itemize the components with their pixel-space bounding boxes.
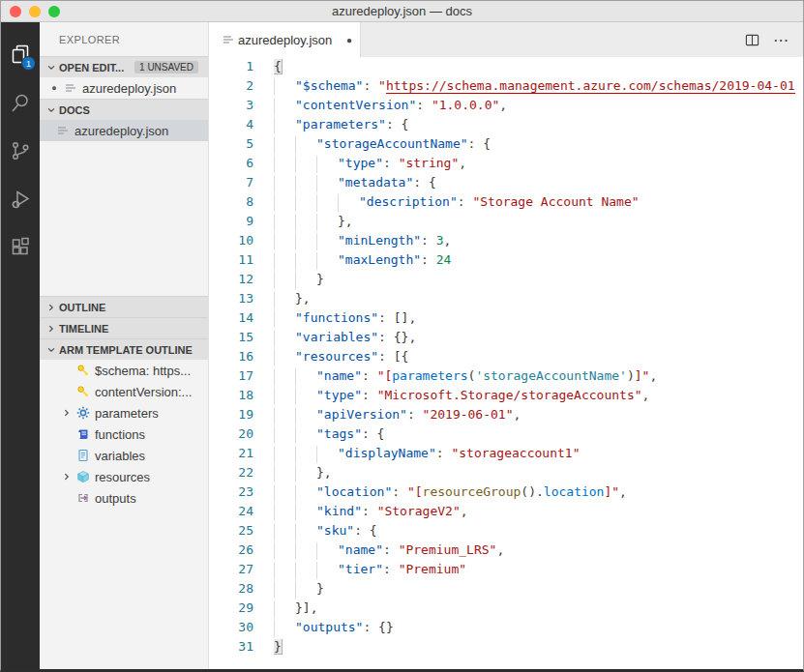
line-number[interactable]: 22 (209, 465, 253, 484)
line-number[interactable]: 12 (209, 272, 253, 291)
folder-docs-header[interactable]: DOCS (40, 99, 208, 120)
line-number[interactable]: 1 (209, 59, 253, 78)
line-number[interactable]: 21 (209, 446, 253, 465)
line-number[interactable]: 7 (209, 175, 253, 194)
code-line[interactable]: 14"functions": [], (209, 310, 803, 330)
line-number[interactable]: 6 (209, 156, 253, 175)
files-icon[interactable]: 1 (1, 30, 40, 78)
code-line-content: "outputs": {} (274, 620, 803, 639)
run-debug-icon[interactable] (1, 175, 40, 223)
arm-outline-item-resources[interactable]: resources (40, 466, 208, 487)
code-line-content: "displayName": "storageaccount1" (274, 446, 803, 465)
code-line[interactable]: 29}], (209, 600, 803, 620)
line-number[interactable]: 11 (209, 252, 253, 272)
tab-azuredeploy-json[interactable]: azuredeploy.json ● (209, 22, 361, 57)
code-line[interactable]: 13}, (209, 291, 803, 310)
code-line[interactable]: 2"$schema": "https://schema.management.a… (209, 78, 803, 98)
code-line[interactable]: 16"resources": [{ (209, 349, 803, 368)
extensions-icon[interactable] (1, 223, 40, 272)
chevron-right-icon (44, 324, 59, 334)
line-number[interactable]: 5 (209, 136, 253, 156)
code-line[interactable]: 28} (209, 581, 803, 600)
line-number[interactable]: 27 (209, 562, 253, 581)
line-number[interactable]: 17 (209, 368, 253, 388)
code-line[interactable]: 1{ (209, 59, 803, 78)
indent-guide (316, 562, 338, 579)
line-number[interactable]: 18 (209, 388, 253, 407)
indent-guide (295, 465, 316, 482)
line-number[interactable]: 4 (209, 117, 253, 136)
window-title: azuredeploy.json — docs (1, 4, 803, 18)
code-line[interactable]: 10"minLength": 3, (209, 233, 803, 252)
line-number[interactable]: 8 (209, 194, 253, 214)
code-line[interactable]: 15"variables": {}, (209, 330, 803, 349)
arm-outline-item-$schema-https-[interactable]: $schema: https... (40, 360, 208, 381)
line-number[interactable]: 29 (209, 600, 253, 620)
arm-outline-item-variables[interactable]: variables (40, 445, 208, 466)
code-line[interactable]: 25"sku": { (209, 523, 803, 542)
line-number[interactable]: 26 (209, 542, 253, 562)
code-line[interactable]: 12} (209, 272, 803, 291)
line-number[interactable]: 13 (209, 291, 253, 310)
line-number[interactable]: 23 (209, 484, 253, 504)
split-editor-button[interactable] (745, 33, 759, 47)
code-line[interactable]: 5"storageAccountName": { (209, 136, 803, 156)
arm-outline-item-contentversion-[interactable]: contentVersion:... (40, 381, 208, 402)
arm-template-outline-header[interactable]: ARM TEMPLATE OUTLINE (40, 338, 208, 360)
code-line[interactable]: 11"maxLength": 24 (209, 252, 803, 272)
token-k: "tags" (316, 426, 362, 441)
code-line[interactable]: 19"apiVersion": "2019-06-01", (209, 407, 803, 426)
line-number[interactable]: 19 (209, 407, 253, 426)
code-line[interactable]: 26"name": "Premium_LRS", (209, 542, 803, 562)
code-line[interactable]: 3"contentVersion": "1.0.0.0", (209, 98, 803, 117)
line-number[interactable]: 20 (209, 426, 253, 446)
indent-guide (295, 252, 316, 270)
code-line[interactable]: 8"description": "Storage Account Name" (209, 194, 803, 214)
chevron-right-icon (59, 408, 74, 418)
explorer-sidebar: EXPLORER OPEN EDIT... 1 UNSAVED ●azurede… (40, 22, 209, 669)
code-line[interactable]: 22}, (209, 465, 803, 484)
line-number[interactable]: 10 (209, 233, 253, 252)
code-line[interactable]: 30"outputs": {} (209, 620, 803, 639)
code-line[interactable]: 23"location": "[resourceGroup().location… (209, 484, 803, 504)
modified-dot-icon[interactable]: ● (346, 35, 352, 45)
line-number[interactable]: 3 (209, 98, 253, 117)
code-line[interactable]: 17"name": "[parameters('storageAccountNa… (209, 368, 803, 388)
code-line[interactable]: 24"kind": "StorageV2", (209, 504, 803, 523)
source-control-icon[interactable] (1, 127, 40, 175)
search-icon[interactable] (1, 78, 40, 127)
line-number[interactable]: 2 (209, 78, 253, 98)
line-number[interactable]: 14 (209, 310, 253, 330)
doc-icon (74, 449, 92, 462)
code-line[interactable]: 6"type": "string", (209, 156, 803, 175)
arm-outline-item-functions[interactable]: functions (40, 424, 208, 445)
code-line[interactable]: 21"displayName": "storageaccount1" (209, 446, 803, 465)
code-line[interactable]: 31} (209, 639, 803, 658)
arm-outline-item-outputs[interactable]: outputs (40, 487, 208, 509)
token-pb: { (274, 59, 282, 73)
more-actions-button[interactable]: ⋯ (773, 31, 789, 49)
token-s: "Microsoft.Storage/storageAccounts" (377, 388, 642, 402)
open-editors-header[interactable]: OPEN EDIT... 1 UNSAVED (40, 56, 208, 77)
file-item-azuredeploy.json[interactable]: azuredeploy.json (40, 120, 208, 141)
code-line[interactable]: 18"type": "Microsoft.Storage/storageAcco… (209, 388, 803, 407)
line-number[interactable]: 9 (209, 214, 253, 233)
code-line[interactable]: 20"tags": { (209, 426, 803, 446)
line-number[interactable]: 31 (209, 639, 253, 658)
line-number[interactable]: 24 (209, 504, 253, 523)
code-line[interactable]: 7"metadata": { (209, 175, 803, 194)
token-s: "StorageV2" (377, 504, 461, 518)
code-line[interactable]: 4"parameters": { (209, 117, 803, 136)
code-line[interactable]: 27"tier": "Premium" (209, 562, 803, 581)
timeline-header[interactable]: TIMELINE (40, 317, 208, 338)
outline-header[interactable]: OUTLINE (40, 296, 208, 317)
line-number[interactable]: 16 (209, 349, 253, 368)
code-editor[interactable]: 1{2"$schema": "https://schema.management… (209, 57, 803, 669)
code-line[interactable]: 9}, (209, 214, 803, 233)
file-item-azuredeploy.json[interactable]: ●azuredeploy.json (40, 77, 208, 99)
line-number[interactable]: 30 (209, 620, 253, 639)
line-number[interactable]: 28 (209, 581, 253, 600)
line-number[interactable]: 15 (209, 330, 253, 349)
line-number[interactable]: 25 (209, 523, 253, 542)
arm-outline-item-parameters[interactable]: parameters (40, 402, 208, 424)
